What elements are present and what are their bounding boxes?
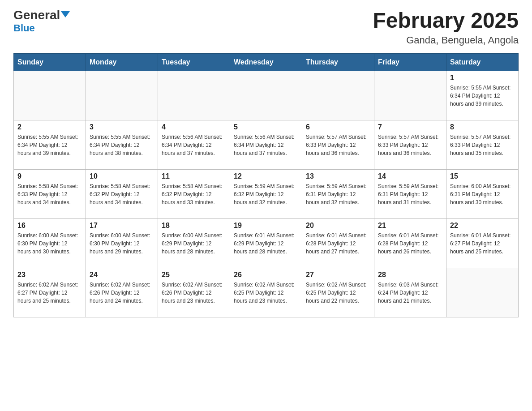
logo: General Blue [13,9,70,34]
day-info: Sunrise: 6:00 AM Sunset: 6:29 PM Dayligh… [162,231,226,256]
calendar-cell: 1Sunrise: 5:55 AM Sunset: 6:34 PM Daylig… [446,71,519,120]
day-number: 3 [90,123,154,131]
day-number: 22 [450,222,515,230]
day-number: 8 [450,123,515,131]
day-number: 20 [306,222,370,230]
day-info: Sunrise: 5:59 AM Sunset: 6:32 PM Dayligh… [234,182,298,206]
calendar-subtitle: Ganda, Benguela, Angola [373,34,519,46]
calendar-cell: 13Sunrise: 5:59 AM Sunset: 6:31 PM Dayli… [302,169,374,218]
day-info: Sunrise: 6:01 AM Sunset: 6:29 PM Dayligh… [234,231,298,256]
day-number: 19 [234,222,298,230]
calendar-table: SundayMondayTuesdayWednesdayThursdayFrid… [13,53,519,317]
day-header-wednesday: Wednesday [230,53,302,71]
day-number: 2 [17,123,82,131]
week-row-4: 16Sunrise: 6:00 AM Sunset: 6:30 PM Dayli… [14,218,519,268]
page-header: General Blue February 2025 Ganda, Bengue… [13,9,519,46]
logo-blue-text: Blue [13,22,35,34]
calendar-cell [230,71,302,120]
day-info: Sunrise: 5:55 AM Sunset: 6:34 PM Dayligh… [90,133,154,157]
day-info: Sunrise: 5:59 AM Sunset: 6:31 PM Dayligh… [306,182,370,206]
day-number: 23 [17,271,82,279]
week-row-1: 1Sunrise: 5:55 AM Sunset: 6:34 PM Daylig… [14,71,519,120]
day-info: Sunrise: 5:55 AM Sunset: 6:34 PM Dayligh… [17,133,82,157]
day-info: Sunrise: 6:01 AM Sunset: 6:28 PM Dayligh… [306,231,370,256]
calendar-cell: 9Sunrise: 5:58 AM Sunset: 6:33 PM Daylig… [14,169,86,218]
calendar-cell: 12Sunrise: 5:59 AM Sunset: 6:32 PM Dayli… [230,169,302,218]
calendar-cell: 7Sunrise: 5:57 AM Sunset: 6:33 PM Daylig… [374,120,446,169]
calendar-cell: 23Sunrise: 6:02 AM Sunset: 6:27 PM Dayli… [14,268,86,317]
calendar-cell: 3Sunrise: 5:55 AM Sunset: 6:34 PM Daylig… [86,120,158,169]
day-header-saturday: Saturday [446,53,519,71]
day-info: Sunrise: 5:56 AM Sunset: 6:34 PM Dayligh… [234,133,298,157]
calendar-cell: 5Sunrise: 5:56 AM Sunset: 6:34 PM Daylig… [230,120,302,169]
day-number: 4 [162,123,226,131]
day-info: Sunrise: 6:02 AM Sunset: 6:25 PM Dayligh… [306,281,370,305]
calendar-cell: 26Sunrise: 6:02 AM Sunset: 6:25 PM Dayli… [230,268,302,317]
calendar-cell [158,71,230,120]
day-info: Sunrise: 6:02 AM Sunset: 6:26 PM Dayligh… [90,281,154,305]
day-number: 28 [378,271,442,279]
title-block: February 2025 Ganda, Benguela, Angola [373,9,519,46]
week-row-5: 23Sunrise: 6:02 AM Sunset: 6:27 PM Dayli… [14,268,519,317]
calendar-title: February 2025 [373,9,519,33]
day-number: 18 [162,222,226,230]
day-info: Sunrise: 6:00 AM Sunset: 6:31 PM Dayligh… [450,182,515,206]
day-info: Sunrise: 6:03 AM Sunset: 6:24 PM Dayligh… [378,281,442,305]
calendar-cell [14,71,86,120]
day-number: 12 [234,172,298,180]
calendar-cell: 24Sunrise: 6:02 AM Sunset: 6:26 PM Dayli… [86,268,158,317]
calendar-cell [86,71,158,120]
calendar-cell: 20Sunrise: 6:01 AM Sunset: 6:28 PM Dayli… [302,218,374,268]
day-header-friday: Friday [374,53,446,71]
calendar-cell: 22Sunrise: 6:01 AM Sunset: 6:27 PM Dayli… [446,218,519,268]
day-number: 26 [234,271,298,279]
days-header-row: SundayMondayTuesdayWednesdayThursdayFrid… [14,53,519,71]
week-row-3: 9Sunrise: 5:58 AM Sunset: 6:33 PM Daylig… [14,169,519,218]
day-number: 14 [378,172,442,180]
day-number: 16 [17,222,82,230]
day-header-tuesday: Tuesday [158,53,230,71]
calendar-cell: 10Sunrise: 5:58 AM Sunset: 6:32 PM Dayli… [86,169,158,218]
calendar-cell: 4Sunrise: 5:56 AM Sunset: 6:34 PM Daylig… [158,120,230,169]
calendar-cell: 15Sunrise: 6:00 AM Sunset: 6:31 PM Dayli… [446,169,519,218]
calendar-cell [302,71,374,120]
day-info: Sunrise: 5:58 AM Sunset: 6:33 PM Dayligh… [17,182,82,206]
calendar-cell: 16Sunrise: 6:00 AM Sunset: 6:30 PM Dayli… [14,218,86,268]
calendar-cell: 19Sunrise: 6:01 AM Sunset: 6:29 PM Dayli… [230,218,302,268]
day-number: 7 [378,123,442,131]
calendar-cell: 11Sunrise: 5:58 AM Sunset: 6:32 PM Dayli… [158,169,230,218]
day-number: 27 [306,271,370,279]
calendar-cell: 27Sunrise: 6:02 AM Sunset: 6:25 PM Dayli… [302,268,374,317]
day-info: Sunrise: 5:57 AM Sunset: 6:33 PM Dayligh… [306,133,370,157]
logo-general-text: General [13,9,70,21]
day-info: Sunrise: 6:02 AM Sunset: 6:25 PM Dayligh… [234,281,298,305]
day-number: 17 [90,222,154,230]
logo-triangle-icon [61,11,70,17]
day-number: 9 [17,172,82,180]
day-info: Sunrise: 6:00 AM Sunset: 6:30 PM Dayligh… [90,231,154,256]
day-info: Sunrise: 6:01 AM Sunset: 6:27 PM Dayligh… [450,231,515,256]
day-info: Sunrise: 5:57 AM Sunset: 6:33 PM Dayligh… [450,133,515,157]
day-number: 24 [90,271,154,279]
calendar-cell: 6Sunrise: 5:57 AM Sunset: 6:33 PM Daylig… [302,120,374,169]
day-header-sunday: Sunday [14,53,86,71]
day-info: Sunrise: 5:58 AM Sunset: 6:32 PM Dayligh… [90,182,154,206]
day-info: Sunrise: 6:00 AM Sunset: 6:30 PM Dayligh… [17,231,82,256]
day-number: 1 [450,74,515,82]
day-info: Sunrise: 6:01 AM Sunset: 6:28 PM Dayligh… [378,231,442,256]
day-number: 11 [162,172,226,180]
calendar-cell: 17Sunrise: 6:00 AM Sunset: 6:30 PM Dayli… [86,218,158,268]
day-number: 13 [306,172,370,180]
week-row-2: 2Sunrise: 5:55 AM Sunset: 6:34 PM Daylig… [14,120,519,169]
day-info: Sunrise: 6:02 AM Sunset: 6:27 PM Dayligh… [17,281,82,305]
day-number: 25 [162,271,226,279]
day-info: Sunrise: 5:56 AM Sunset: 6:34 PM Dayligh… [162,133,226,157]
calendar-cell: 8Sunrise: 5:57 AM Sunset: 6:33 PM Daylig… [446,120,519,169]
calendar-cell: 18Sunrise: 6:00 AM Sunset: 6:29 PM Dayli… [158,218,230,268]
day-info: Sunrise: 5:55 AM Sunset: 6:34 PM Dayligh… [450,84,515,108]
day-number: 5 [234,123,298,131]
day-header-thursday: Thursday [302,53,374,71]
calendar-cell: 25Sunrise: 6:02 AM Sunset: 6:26 PM Dayli… [158,268,230,317]
calendar-cell [374,71,446,120]
calendar-cell: 14Sunrise: 5:59 AM Sunset: 6:31 PM Dayli… [374,169,446,218]
